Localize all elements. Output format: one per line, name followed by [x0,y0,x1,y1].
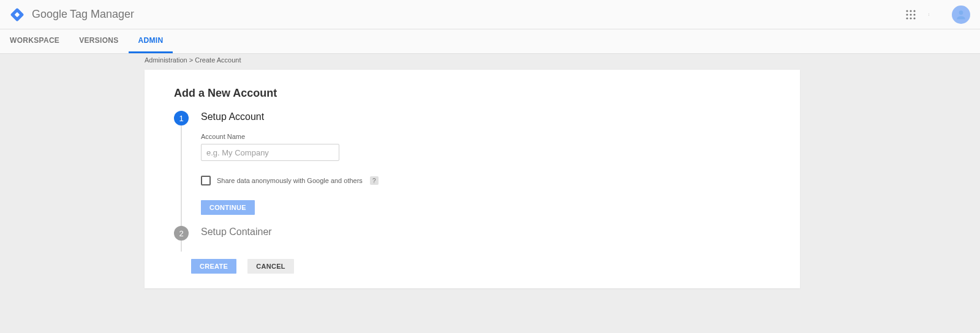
account-name-label: Account Name [201,133,771,140]
svg-point-7 [913,13,915,15]
account-name-input[interactable] [201,144,339,161]
svg-point-11 [929,13,929,14]
apps-icon[interactable] [905,9,916,20]
cancel-button[interactable]: CANCEL [247,259,294,274]
breadcrumb: Administration > Create Account [0,54,980,70]
tab-admin[interactable]: ADMIN [129,29,173,53]
gtm-logo-icon [10,7,24,22]
step-1-number: 1 [174,111,189,125]
step-2-title: Setup Container [201,226,272,238]
avatar[interactable] [952,6,970,24]
product-google: Google [32,8,67,21]
share-data-row: Share data anonymously with Google and o… [201,176,771,185]
header-actions [905,6,970,24]
svg-point-12 [929,14,929,15]
continue-button[interactable]: CONTINUE [201,200,255,215]
svg-point-4 [913,10,915,12]
tab-workspace[interactable]: WORKSPACE [0,29,69,53]
svg-point-5 [906,13,908,15]
share-data-label: Share data anonymously with Google and o… [217,177,363,184]
svg-point-9 [910,17,911,19]
share-data-checkbox[interactable] [201,176,211,185]
svg-point-6 [910,13,911,15]
svg-point-3 [910,10,911,12]
svg-point-8 [906,17,908,19]
help-icon[interactable]: ? [370,176,379,185]
product-name: Google Tag Manager [32,8,134,21]
subnav: WORKSPACE VERSIONS ADMIN [0,29,980,54]
create-button[interactable]: CREATE [191,259,236,274]
card-create-account: Add a New Account 1 Setup Account Accoun… [145,70,800,288]
svg-point-13 [929,15,929,15]
svg-point-10 [913,17,915,19]
header: Google Tag Manager [0,0,980,29]
step-2: 2 Setup Container [174,226,771,241]
tab-versions[interactable]: VERSIONS [69,29,128,53]
step-1-title: Setup Account [201,111,264,122]
step-2-number: 2 [174,226,189,241]
page-title: Add a New Account [174,87,771,100]
svg-point-2 [906,10,908,12]
more-vert-icon[interactable] [929,9,940,20]
content: Administration > Create Account Add a Ne… [0,54,980,333]
svg-point-14 [959,10,963,15]
product-tagmanager: Tag Manager [70,8,134,21]
bottom-actions: CREATE CANCEL [191,259,771,274]
step-1: 1 Setup Account [174,111,771,125]
step-1-body: Account Name Share data anonymously with… [201,133,771,215]
